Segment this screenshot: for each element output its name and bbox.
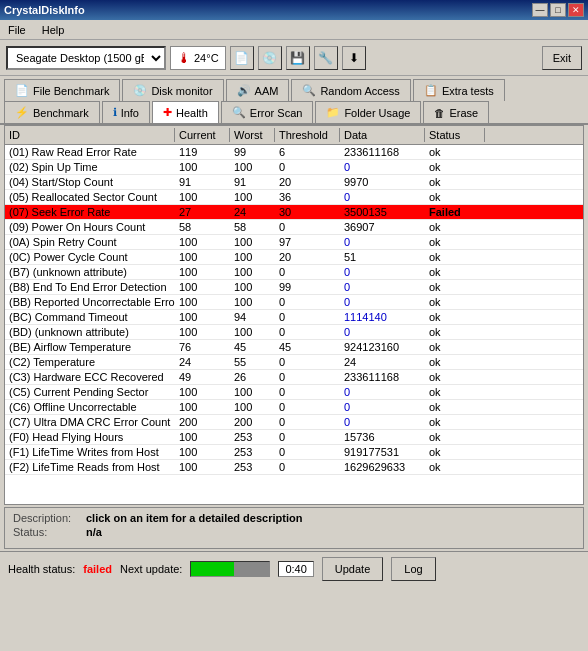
cell-data: 919177531: [340, 445, 425, 459]
close-button[interactable]: ✕: [568, 3, 584, 17]
minimize-button[interactable]: —: [532, 3, 548, 17]
tab-disk-monitor[interactable]: 💿 Disk monitor: [122, 79, 223, 101]
tab-random-access[interactable]: 🔍 Random Access: [291, 79, 410, 101]
table-row[interactable]: (C6) Offline Uncorrectable 100 100 0 0 o…: [5, 400, 583, 415]
table-row[interactable]: (F0) Head Flying Hours 100 253 0 15736 o…: [5, 430, 583, 445]
cell-id: (02) Spin Up Time: [5, 160, 175, 174]
update-button[interactable]: Update: [322, 557, 383, 581]
toolbar-btn-2[interactable]: 💿: [258, 46, 282, 70]
table-row[interactable]: (05) Reallocated Sector Count 100 100 36…: [5, 190, 583, 205]
table-row[interactable]: (09) Power On Hours Count 58 58 0 36907 …: [5, 220, 583, 235]
cell-threshold: 45: [275, 340, 340, 354]
tab-folder-usage[interactable]: 📁 Folder Usage: [315, 101, 421, 123]
title-bar: CrystalDiskInfo — □ ✕: [0, 0, 588, 20]
table-row[interactable]: (01) Raw Read Error Rate 119 99 6 233611…: [5, 145, 583, 160]
status-value: n/a: [86, 526, 102, 538]
exit-button[interactable]: Exit: [542, 46, 582, 70]
table-row[interactable]: (04) Start/Stop Count 91 91 20 9970 ok: [5, 175, 583, 190]
cell-worst: 100: [230, 280, 275, 294]
cell-id: (C2) Temperature: [5, 355, 175, 369]
tab-erase[interactable]: 🗑 Erase: [423, 101, 489, 123]
cell-current: 100: [175, 430, 230, 444]
menu-help[interactable]: Help: [38, 24, 69, 36]
table-row[interactable]: (C7) Ultra DMA CRC Error Count 200 200 0…: [5, 415, 583, 430]
menu-file[interactable]: File: [4, 24, 30, 36]
cell-id: (F2) LifeTime Reads from Host: [5, 460, 175, 474]
table-row[interactable]: (0C) Power Cycle Count 100 100 20 51 ok: [5, 250, 583, 265]
tab-file-benchmark[interactable]: 📄 File Benchmark: [4, 79, 120, 101]
health-status-label: Health status:: [8, 563, 75, 575]
tab-info[interactable]: ℹ Info: [102, 101, 150, 123]
table-row[interactable]: (BC) Command Timeout 100 94 0 1114140 ok: [5, 310, 583, 325]
cell-current: 24: [175, 355, 230, 369]
cell-worst: 91: [230, 175, 275, 189]
cell-current: 49: [175, 370, 230, 384]
toolbar-btn-1[interactable]: 📄: [230, 46, 254, 70]
cell-worst: 253: [230, 460, 275, 474]
cell-threshold: 30: [275, 205, 340, 219]
cell-id: (C3) Hardware ECC Recovered: [5, 370, 175, 384]
tab-extra-tests[interactable]: 📋 Extra tests: [413, 79, 505, 101]
tab-health[interactable]: ✚ Health: [152, 101, 219, 123]
table-row[interactable]: (C5) Current Pending Sector 100 100 0 0 …: [5, 385, 583, 400]
drive-select[interactable]: Seagate Desktop (1500 gB): [6, 46, 166, 70]
cell-current: 100: [175, 310, 230, 324]
description-panel: Description: click on an item for a deta…: [4, 507, 584, 549]
cell-current: 100: [175, 280, 230, 294]
cell-worst: 58: [230, 220, 275, 234]
toolbar-btn-4[interactable]: 🔧: [314, 46, 338, 70]
cell-status: ok: [425, 445, 485, 459]
table-row[interactable]: (F2) LifeTime Reads from Host 100 253 0 …: [5, 460, 583, 475]
cell-threshold: 20: [275, 250, 340, 264]
tab-error-scan[interactable]: 🔍 Error Scan: [221, 101, 314, 123]
table-row[interactable]: (C3) Hardware ECC Recovered 49 26 0 2336…: [5, 370, 583, 385]
table-row[interactable]: (B7) (unknown attribute) 100 100 0 0 ok: [5, 265, 583, 280]
cell-status: ok: [425, 460, 485, 474]
cell-threshold: 0: [275, 220, 340, 234]
cell-status: ok: [425, 325, 485, 339]
extra-tests-icon: 📋: [424, 84, 438, 97]
table-row[interactable]: (02) Spin Up Time 100 100 0 0 ok: [5, 160, 583, 175]
table-row[interactable]: (B8) End To End Error Detection 100 100 …: [5, 280, 583, 295]
log-button[interactable]: Log: [391, 557, 435, 581]
cell-id: (01) Raw Read Error Rate: [5, 145, 175, 159]
cell-data: 1629629633: [340, 460, 425, 474]
maximize-button[interactable]: □: [550, 3, 566, 17]
cell-worst: 253: [230, 445, 275, 459]
cell-status: ok: [425, 340, 485, 354]
table-row[interactable]: (BE) Airflow Temperature 76 45 45 924123…: [5, 340, 583, 355]
cell-threshold: 0: [275, 325, 340, 339]
table-row[interactable]: (0A) Spin Retry Count 100 100 97 0 ok: [5, 235, 583, 250]
toolbar-btn-3[interactable]: 💾: [286, 46, 310, 70]
disk-monitor-icon: 💿: [133, 84, 147, 97]
cell-current: 100: [175, 445, 230, 459]
cell-worst: 24: [230, 205, 275, 219]
cell-status: ok: [425, 415, 485, 429]
tab-aam[interactable]: 🔊 AAM: [226, 79, 290, 101]
cell-id: (B8) End To End Error Detection: [5, 280, 175, 294]
cell-id: (C5) Current Pending Sector: [5, 385, 175, 399]
cell-current: 100: [175, 250, 230, 264]
table-row[interactable]: (C2) Temperature 24 55 0 24 ok: [5, 355, 583, 370]
cell-current: 100: [175, 385, 230, 399]
bottom-bar: Health status: failed Next update: 0:40 …: [0, 551, 588, 585]
table-body: (01) Raw Read Error Rate 119 99 6 233611…: [5, 145, 583, 475]
table-row[interactable]: (BB) Reported Uncorrectable Errors 100 1…: [5, 295, 583, 310]
tab-benchmark[interactable]: ⚡ Benchmark: [4, 101, 100, 123]
cell-threshold: 99: [275, 280, 340, 294]
cell-threshold: 0: [275, 370, 340, 384]
cell-data: 0: [340, 235, 425, 249]
cell-worst: 45: [230, 340, 275, 354]
toolbar-btn-5[interactable]: ⬇: [342, 46, 366, 70]
random-access-icon: 🔍: [302, 84, 316, 97]
thermometer-icon: 🌡: [177, 50, 191, 66]
table-row[interactable]: (07) Seek Error Rate 27 24 30 3500135 Fa…: [5, 205, 583, 220]
title-bar-buttons: — □ ✕: [532, 3, 584, 17]
table-row[interactable]: (BD) (unknown attribute) 100 100 0 0 ok: [5, 325, 583, 340]
cell-worst: 100: [230, 235, 275, 249]
table-row[interactable]: (F1) LifeTime Writes from Host 100 253 0…: [5, 445, 583, 460]
cell-current: 100: [175, 235, 230, 249]
cell-worst: 100: [230, 190, 275, 204]
header-current: Current: [175, 128, 230, 142]
cell-data: 0: [340, 415, 425, 429]
